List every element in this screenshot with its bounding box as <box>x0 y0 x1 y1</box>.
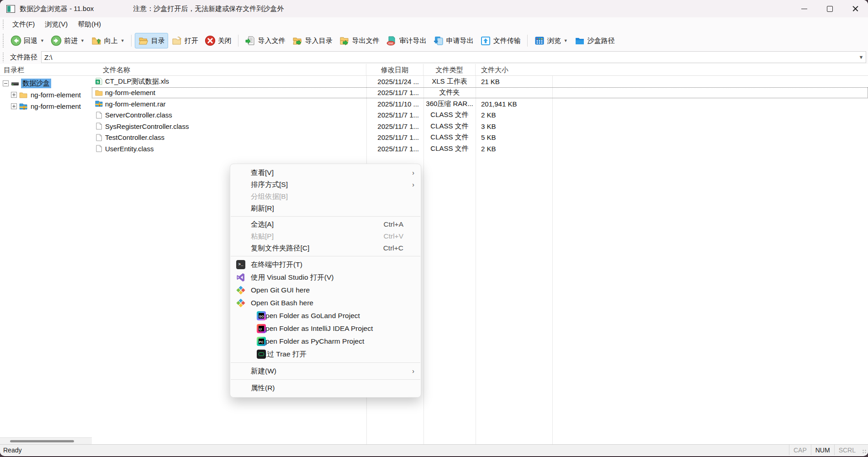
toolbar-gripper <box>2 53 5 62</box>
export-file-label: 导出文件 <box>352 37 380 45</box>
menu-help[interactable]: 帮助(H) <box>73 19 106 30</box>
path-input-box: ▼ <box>41 51 866 63</box>
open-button[interactable]: 打开 <box>168 33 201 48</box>
column-header-name[interactable]: 文件名称 <box>92 64 366 75</box>
menu-item-open-visual-studio[interactable]: 使用 Visual Studio 打开(V) <box>230 271 421 284</box>
submenu-arrow-icon: › <box>412 367 414 375</box>
table-row[interactable]: S CT_DLP测试数据.xls 2025/11/24 ... XLS 工作表 … <box>92 76 868 87</box>
export-file-button[interactable]: 导出文件 <box>336 33 383 48</box>
close-button[interactable] <box>842 0 868 17</box>
window-controls <box>791 0 868 17</box>
toolbar-separator <box>131 35 132 47</box>
collapse-icon[interactable] <box>3 80 9 86</box>
tree-item-label[interactable]: ng-form-element <box>29 102 82 111</box>
toolbar-gripper <box>2 20 5 29</box>
file-date: 2025/11/7 1... <box>366 133 423 141</box>
table-row[interactable]: UserEntity.class 2025/11/7 1... CLASS 文件… <box>92 143 868 154</box>
menu-item-open-in-terminal[interactable]: >_ 在终端中打开(T) <box>230 258 421 271</box>
forward-button[interactable]: 前进 ▼ <box>48 33 88 48</box>
audit-export-button[interactable]: exe 审计导出 <box>383 33 430 48</box>
file-transfer-button[interactable]: 文件传输 <box>477 33 524 48</box>
menu-file[interactable]: 文件(F) <box>7 19 40 30</box>
menu-separator <box>231 216 420 217</box>
table-row[interactable]: ServerController.class 2025/11/7 1... CL… <box>92 110 868 121</box>
column-header-type[interactable]: 文件类型 <box>423 64 476 75</box>
close-sandbox-label: 关闭 <box>218 37 232 45</box>
caps-lock-indicator: CAP <box>789 445 811 455</box>
back-button[interactable]: 回退 ▼ <box>7 33 48 48</box>
menu-item-open-trae[interactable]: 通过 Trae 打开 <box>230 348 421 361</box>
up-button[interactable]: 向上 ▼ <box>88 33 128 48</box>
maximize-icon <box>827 6 833 12</box>
file-type: CLASS 文件 <box>423 144 476 153</box>
menu-item-group-by: 分组依据[B] <box>230 191 421 202</box>
menu-item-view[interactable]: 查看[V] › <box>230 167 421 179</box>
menu-item-copy-folder-path[interactable]: 复制文件夹路径[C] Ctrl+C <box>230 242 421 254</box>
file-date: 2025/11/10 ... <box>366 100 423 108</box>
menu-item-new[interactable]: 新建(W) › <box>230 365 421 377</box>
tree-item-label[interactable]: ng-form-element <box>29 90 82 99</box>
column-header-date[interactable]: 修改日期 <box>366 64 423 75</box>
menu-view[interactable]: 浏览(V) <box>40 19 73 30</box>
git-gui-icon <box>236 286 245 295</box>
sandbox-path-button[interactable]: 沙盒路径 <box>571 33 618 48</box>
menu-item-sort-by[interactable]: 排序方式[S] › <box>230 179 421 191</box>
toolbar-gripper <box>2 34 5 47</box>
menu-item-open-intellij[interactable]: IJ Open Folder as IntelliJ IDEA Project <box>230 322 421 335</box>
import-dir-button[interactable]: 导入目录 <box>289 33 336 48</box>
tree-item-ng-form-element-archive[interactable]: ng-form-element <box>0 101 92 112</box>
menu-item-open-git-bash[interactable]: Open Git Bash here <box>230 297 421 309</box>
tree-item-label[interactable]: 数据沙盒 <box>21 79 51 88</box>
menu-item-open-pycharm[interactable]: PC Open Folder as PyCharm Project <box>230 335 421 348</box>
menu-separator <box>231 379 420 380</box>
minimize-button[interactable] <box>791 0 817 17</box>
close-sandbox-button[interactable]: 关闭 <box>201 33 235 48</box>
sidebar-horizontal-scrollbar[interactable] <box>0 437 92 445</box>
maximize-button[interactable] <box>817 0 842 17</box>
chevron-down-icon[interactable]: ▼ <box>121 38 125 43</box>
path-input[interactable] <box>42 53 857 61</box>
toolbar: 回退 ▼ 前进 ▼ 向上 ▼ 目录 打开 关闭 导入 <box>0 31 868 51</box>
table-row[interactable]: TestController.class 2025/11/7 1... CLAS… <box>92 132 868 143</box>
resize-grip[interactable] <box>860 445 868 455</box>
apply-export-label: 申请导出 <box>446 37 474 45</box>
browse-button[interactable]: 浏览 ▼ <box>531 33 571 48</box>
file-type: 360压缩 RAR... <box>423 100 476 108</box>
menu-item-select-all[interactable]: 全选[A] Ctrl+A <box>230 218 421 230</box>
table-row[interactable]: ng-form-element.rar 2025/11/10 ... 360压缩… <box>92 98 868 110</box>
expand-icon[interactable] <box>11 103 17 109</box>
drive-icon <box>11 80 19 87</box>
directory-label: 目录 <box>151 37 165 45</box>
table-row[interactable]: SysRegisterController.class 2025/11/7 1.… <box>92 121 868 132</box>
table-row-selected[interactable]: ng-form-element 2025/11/7 1... 文件夹 <box>92 87 868 99</box>
tree-item-sandbox-root[interactable]: 数据沙盒 <box>0 78 92 89</box>
column-header-size[interactable]: 文件大小 <box>476 64 552 75</box>
import-dir-label: 导入目录 <box>305 37 333 45</box>
menu-item-properties[interactable]: 属性(R) <box>230 382 421 394</box>
status-text: Ready <box>0 446 789 454</box>
expand-icon[interactable] <box>11 92 17 98</box>
export-file-icon <box>339 35 350 46</box>
pycharm-icon: PC <box>257 337 266 346</box>
apply-export-button[interactable]: 申请导出 <box>430 33 477 48</box>
import-file-button[interactable]: 导入文件 <box>242 33 289 48</box>
class-file-icon <box>95 112 103 119</box>
file-type: CLASS 文件 <box>423 111 476 119</box>
class-file-icon <box>95 122 103 130</box>
menu-item-open-git-gui[interactable]: Open Git GUI here <box>230 284 421 297</box>
menu-item-open-goland[interactable]: GO Open Folder as GoLand Project <box>230 309 421 322</box>
context-menu: 查看[V] › 排序方式[S] › 分组依据[B] 刷新[R] 全选[A] Ct… <box>230 164 421 398</box>
chevron-down-icon[interactable]: ▼ <box>40 38 44 43</box>
chevron-down-icon[interactable]: ▼ <box>80 38 85 43</box>
tree-item-ng-form-element-folder[interactable]: ng-form-element <box>0 89 92 101</box>
directory-icon <box>138 35 149 46</box>
menu-item-refresh[interactable]: 刷新[R] <box>230 202 421 214</box>
audit-export-label: 审计导出 <box>399 37 427 45</box>
scrollbar-thumb[interactable] <box>10 440 74 442</box>
num-lock-indicator: NUM <box>811 445 834 455</box>
up-icon <box>91 35 102 46</box>
directory-button[interactable]: 目录 <box>135 33 168 48</box>
path-dropdown-icon[interactable]: ▼ <box>857 54 866 60</box>
chevron-down-icon[interactable]: ▼ <box>564 38 568 43</box>
file-name: ng-form-element.rar <box>105 100 166 108</box>
